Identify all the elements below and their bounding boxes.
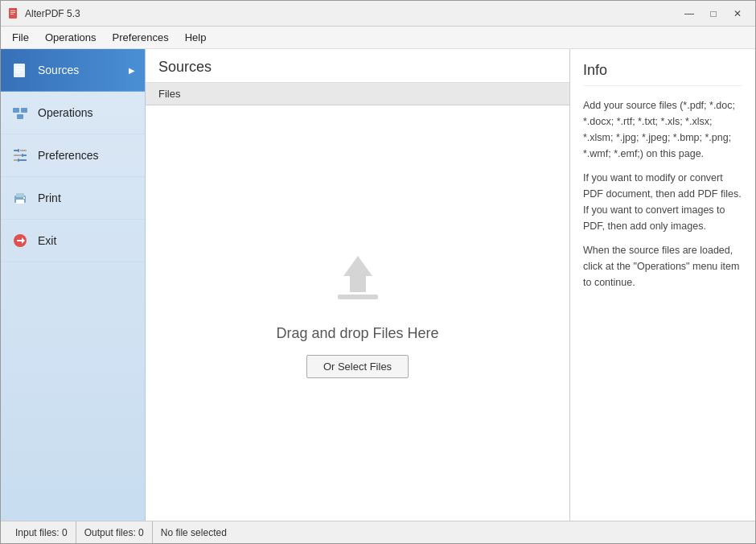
files-tab[interactable]: Files bbox=[146, 83, 569, 105]
window-controls: — □ ✕ bbox=[678, 5, 749, 23]
svg-rect-15 bbox=[23, 155, 27, 156]
sidebar-operations-label: Operations bbox=[38, 106, 92, 119]
svg-rect-20 bbox=[18, 159, 19, 162]
status-message: No file selected bbox=[153, 521, 235, 543]
svg-rect-29 bbox=[338, 295, 378, 299]
info-paragraph-1: Add your source files (*.pdf; *.doc; *.d… bbox=[583, 97, 742, 162]
sources-icon bbox=[10, 60, 30, 80]
drop-zone[interactable]: Drag and drop Files Here Or Select Files bbox=[146, 105, 569, 521]
sidebar-item-exit[interactable]: Exit bbox=[1, 220, 145, 262]
menu-preferences[interactable]: Preferences bbox=[105, 28, 177, 47]
close-button[interactable]: ✕ bbox=[726, 5, 749, 23]
svg-rect-8 bbox=[15, 72, 20, 73]
app-icon bbox=[7, 7, 20, 20]
sidebar-item-sources[interactable]: Sources ▶ bbox=[1, 49, 145, 92]
operations-icon bbox=[10, 103, 30, 122]
svg-rect-18 bbox=[18, 149, 19, 152]
preferences-icon bbox=[10, 146, 30, 165]
drag-drop-text: Drag and drop Files Here bbox=[276, 325, 438, 342]
sources-chevron: ▶ bbox=[129, 66, 135, 75]
svg-rect-24 bbox=[23, 197, 25, 199]
svg-rect-10 bbox=[21, 108, 27, 113]
menu-help[interactable]: Help bbox=[177, 28, 215, 47]
content-area: Sources Files Drag and drop Files Here O… bbox=[146, 49, 755, 521]
svg-rect-19 bbox=[22, 154, 23, 157]
sources-panel: Sources Files Drag and drop Files Here O… bbox=[146, 49, 570, 521]
app-title: AlterPDF 5.3 bbox=[25, 8, 678, 19]
svg-rect-11 bbox=[17, 114, 23, 119]
info-panel: Info Add your source files (*.pdf; *.doc… bbox=[570, 49, 755, 521]
menu-operations[interactable]: Operations bbox=[37, 28, 105, 47]
svg-rect-6 bbox=[15, 67, 23, 68]
sources-panel-title: Sources bbox=[146, 49, 569, 83]
sidebar-item-operations[interactable]: Operations bbox=[1, 92, 145, 134]
svg-rect-17 bbox=[19, 159, 27, 161]
minimize-button[interactable]: — bbox=[678, 5, 701, 23]
print-icon bbox=[10, 188, 30, 208]
svg-rect-14 bbox=[14, 155, 22, 156]
sidebar-preferences-label: Preferences bbox=[38, 149, 98, 162]
main-container: Sources ▶ Operations bbox=[1, 49, 755, 521]
info-paragraph-3: When the source files are loaded, click … bbox=[583, 242, 742, 291]
menu-file[interactable]: File bbox=[4, 28, 37, 47]
svg-rect-2 bbox=[10, 12, 15, 13]
exit-icon bbox=[10, 231, 30, 250]
sidebar-item-preferences[interactable]: Preferences bbox=[1, 134, 145, 177]
svg-rect-23 bbox=[16, 200, 24, 204]
sidebar-exit-label: Exit bbox=[38, 234, 56, 247]
status-bar: Input files: 0 Output files: 0 No file s… bbox=[1, 521, 755, 543]
maximize-button[interactable]: □ bbox=[702, 5, 725, 23]
sidebar-print-label: Print bbox=[38, 192, 61, 204]
drop-icon bbox=[326, 248, 390, 312]
svg-rect-3 bbox=[10, 14, 14, 14]
sidebar-item-print[interactable]: Print bbox=[1, 177, 145, 220]
svg-rect-1 bbox=[10, 10, 15, 11]
title-bar: AlterPDF 5.3 — □ ✕ bbox=[1, 1, 755, 27]
svg-marker-28 bbox=[343, 256, 372, 292]
info-title: Info bbox=[583, 62, 742, 86]
select-files-button[interactable]: Or Select Files bbox=[306, 355, 409, 378]
svg-rect-22 bbox=[16, 193, 24, 197]
svg-rect-9 bbox=[13, 108, 19, 113]
svg-rect-7 bbox=[15, 69, 23, 71]
sidebar-sources-label: Sources bbox=[38, 64, 79, 76]
info-paragraph-2: If you want to modify or convert PDF doc… bbox=[583, 170, 742, 234]
input-files-status: Input files: 0 bbox=[7, 521, 76, 543]
info-text: Add your source files (*.pdf; *.doc; *.d… bbox=[583, 97, 742, 291]
svg-rect-13 bbox=[20, 150, 27, 151]
sidebar: Sources ▶ Operations bbox=[1, 49, 146, 521]
output-files-status: Output files: 0 bbox=[76, 521, 153, 543]
menu-bar: File Operations Preferences Help bbox=[1, 27, 755, 49]
svg-rect-16 bbox=[14, 159, 18, 161]
